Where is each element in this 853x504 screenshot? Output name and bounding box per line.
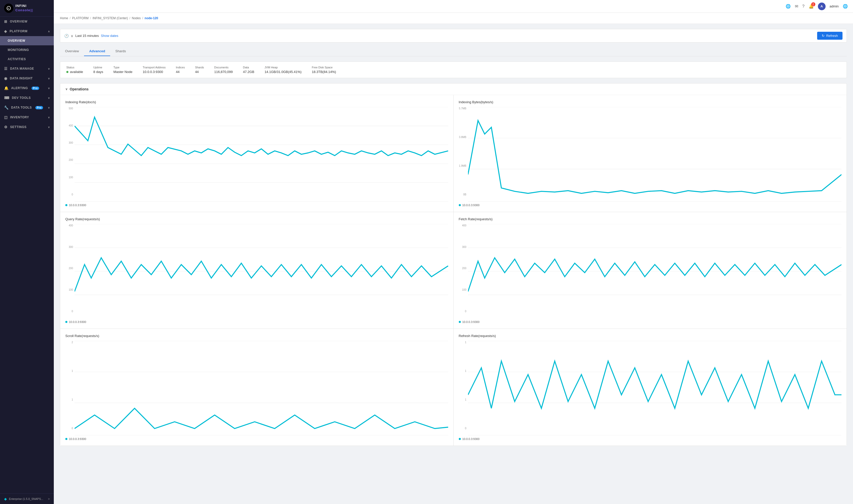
toolbar: 🕐 ∨ Last 15 minutes Show dates ↻ Refresh <box>60 29 847 42</box>
sidebar-item-platform[interactable]: ◈ PLATFORM ∧ <box>0 26 54 36</box>
breadcrumb-platform[interactable]: PLATFORM <box>72 16 88 20</box>
sidebar-item-data-insight[interactable]: ◉ DATA INSIGHT ∨ <box>0 73 54 83</box>
chart-indexing-bytes: Indexing Bytes(bytes/s) 5.7MB 3.8MB 1.9M… <box>454 95 847 212</box>
chart-query-rate-container: 400 300 200 100 0 <box>65 224 448 319</box>
inventory-chevron: ∨ <box>48 116 50 119</box>
page-content: Home / PLATFORM / INFINI_SYSTEM (Center)… <box>54 13 853 504</box>
sidebar-item-monitoring[interactable]: MONITORING <box>0 45 54 55</box>
chart-indexing-bytes-legend: 10.0.0.3:9300 <box>459 203 842 207</box>
stat-uptime-label: Uptime <box>93 66 103 69</box>
chart-scroll-rate: Scroll Rate(requests/s) 2 1 1 0 <box>60 329 454 446</box>
logo: N INFINI Console||| <box>0 0 54 17</box>
sidebar-item-overview[interactable]: ⊞ OVERVIEW <box>0 17 54 26</box>
mail-icon[interactable]: ✉ <box>795 4 798 9</box>
settings-chevron: ∨ <box>48 126 50 129</box>
operations-section: ∨ Operations Indexing Rate(doc/s) 500 40… <box>60 83 847 446</box>
y-axis-refresh-rate: 1 1 1 0 <box>459 341 468 435</box>
stat-transport-value: 10.0.0.3:9300 <box>143 70 165 74</box>
sidebar-item-activities-label: ACTIVITIES <box>8 57 26 61</box>
charts-grid: Indexing Rate(doc/s) 500 400 300 200 100… <box>60 95 847 446</box>
username-label: admin <box>830 4 839 8</box>
chart-scroll-rate-container: 2 1 1 0 <box>65 341 448 435</box>
notification-icon[interactable]: 🔔 2 <box>809 4 814 9</box>
platform-icon: ◈ <box>4 29 7 33</box>
alerting-icon: 🔔 <box>4 86 9 90</box>
breadcrumb-system[interactable]: INFINI_SYSTEM (Center) <box>92 16 128 20</box>
stat-data: Data 47.2GB <box>243 66 254 74</box>
main-area: 🌐 ✉ ? 🔔 2 A admin 🌐 Home / PLATFORM / IN… <box>54 0 853 504</box>
chart-scroll-rate-legend: 10.0.0.3:9300 <box>65 437 448 440</box>
y-axis-query-rate: 400 300 200 100 0 <box>65 224 74 319</box>
notification-badge: 2 <box>811 2 815 6</box>
chart-query-rate-legend: 10.0.0.3:9300 <box>65 320 448 323</box>
breadcrumb-home[interactable]: Home <box>60 16 68 20</box>
stat-jvm-label: JVM Heap <box>265 66 302 69</box>
sidebar-item-data-tools[interactable]: 🔧 DATA TOOLS Pro ∨ <box>0 103 54 112</box>
footer-diamond-icon: ◆ <box>4 497 7 501</box>
stat-status-value: available <box>66 70 83 74</box>
status-dot <box>66 71 68 73</box>
search-icon[interactable]: 🌐 <box>786 4 791 9</box>
tab-advanced[interactable]: Advanced <box>84 47 110 56</box>
stat-documents: Documents 116,870,099 <box>214 66 233 74</box>
tab-overview[interactable]: Overview <box>60 47 84 56</box>
stat-transport: Transport Address 10.0.0.3:9300 <box>143 66 165 74</box>
operations-label: Operations <box>70 87 89 91</box>
legend-dot-5 <box>65 438 67 440</box>
stat-indices-label: Indices <box>176 66 185 69</box>
stat-type-label: Type <box>113 66 132 69</box>
chart-query-rate: Query Rate(requests/s) 400 300 200 100 0 <box>60 212 454 329</box>
dev-tools-chevron: ∨ <box>48 96 50 100</box>
chart-refresh-rate-legend: 10.0.0.3:9300 <box>459 437 842 440</box>
sidebar-item-data-tools-label: DATA TOOLS <box>11 106 32 109</box>
legend-dot-6 <box>459 438 461 440</box>
overview-icon: ⊞ <box>4 19 7 23</box>
chart-query-rate-legend-label: 10.0.0.3:9300 <box>69 320 86 323</box>
sidebar-item-inventory[interactable]: ◫ INVENTORY ∨ <box>0 112 54 122</box>
topbar: 🌐 ✉ ? 🔔 2 A admin 🌐 <box>54 0 853 13</box>
help-icon[interactable]: ? <box>802 4 804 9</box>
tab-shards[interactable]: Shards <box>110 47 131 56</box>
chart-fetch-rate-container: 400 300 200 100 0 <box>459 224 842 319</box>
sidebar-item-platform-label: PLATFORM <box>10 30 28 33</box>
sidebar-item-activities[interactable]: ACTIVITIES <box>0 55 54 64</box>
operations-header[interactable]: ∨ Operations <box>60 84 847 95</box>
stat-documents-value: 116,870,099 <box>214 70 233 74</box>
chart-fetch-rate-legend-label: 10.0.0.3:9300 <box>462 320 480 323</box>
sidebar-item-settings[interactable]: ⚙ SETTINGS ∨ <box>0 122 54 132</box>
legend-dot <box>65 204 67 206</box>
chart-scroll-rate-legend-label: 10.0.0.3:9300 <box>69 437 86 440</box>
sidebar-item-data-manage[interactable]: ☰ DATA MANAGE ∨ <box>0 64 54 73</box>
chart-refresh-rate-legend-label: 10.0.0.3:9300 <box>462 437 480 440</box>
chart-refresh-rate-container: 1 1 1 0 <box>459 341 842 435</box>
dropdown-icon[interactable]: ∨ <box>71 34 73 38</box>
sidebar-footer[interactable]: ◆ Enterprise (1.5.0_SNAPS... > <box>0 493 54 504</box>
sidebar-item-overview-sub[interactable]: OVERVIEW <box>0 36 54 45</box>
stat-indices: Indices 44 <box>176 66 185 74</box>
chart-indexing-bytes-svg: 21:28 21:29 21:30 21:31 21:32 21:33 21:3… <box>468 107 842 201</box>
chart-fetch-rate-title: Fetch Rate(requests/s) <box>459 217 842 221</box>
sidebar-footer-arrow: > <box>48 497 50 500</box>
chart-indexing-bytes-container: 5.7MB 3.8MB 1.9MB 0B <box>459 107 842 201</box>
sidebar-item-dev-tools[interactable]: ⌨ DEV TOOLS ∨ <box>0 93 54 103</box>
chart-scroll-rate-title: Scroll Rate(requests/s) <box>65 334 448 338</box>
show-dates-button[interactable]: Show dates <box>101 34 118 38</box>
refresh-icon: ↻ <box>822 34 824 38</box>
chart-indexing-rate-legend: 10.0.0.3:9300 <box>65 203 448 207</box>
stat-disk-label: Free Disk Space <box>312 66 336 69</box>
chart-query-rate-svg: 21:28 21:29 21:30 21:31 21:32 21:33 21:3… <box>74 224 448 319</box>
breadcrumb-nodes[interactable]: Nodes <box>132 16 141 20</box>
sidebar-item-alerting[interactable]: 🔔 ALERTING Pro ∨ <box>0 83 54 93</box>
refresh-label: Refresh <box>826 34 838 38</box>
refresh-button[interactable]: ↻ Refresh <box>817 32 842 40</box>
globe-icon[interactable]: 🌐 <box>843 4 848 9</box>
stat-status: Status available <box>66 66 83 74</box>
chart-fetch-rate: Fetch Rate(requests/s) 400 300 200 100 0 <box>454 212 847 329</box>
alerting-badge: Pro <box>32 87 39 90</box>
chart-indexing-rate-title: Indexing Rate(doc/s) <box>65 100 448 104</box>
inventory-icon: ◫ <box>4 115 8 119</box>
logo-console-label: Console||| <box>15 8 33 12</box>
chart-query-rate-title: Query Rate(requests/s) <box>65 217 448 221</box>
sidebar-item-monitoring-label: MONITORING <box>8 48 29 52</box>
alerting-chevron: ∨ <box>48 87 50 90</box>
